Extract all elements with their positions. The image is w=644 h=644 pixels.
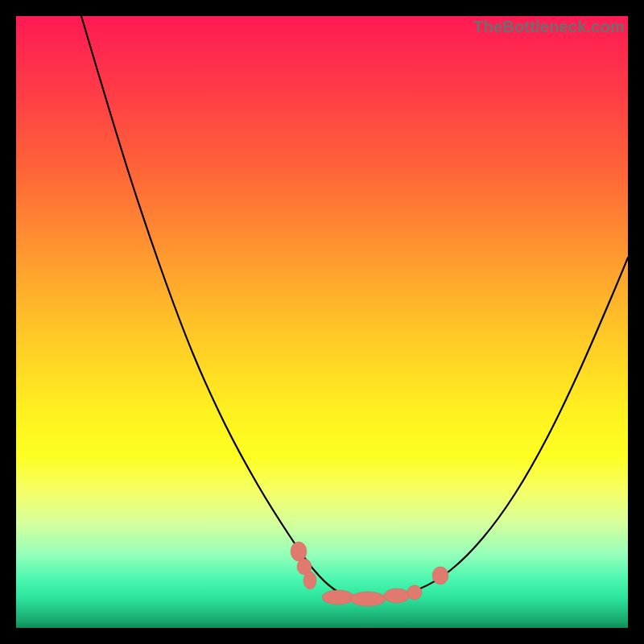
trough-marker xyxy=(350,592,386,606)
trough-marker xyxy=(291,542,307,561)
trough-marker xyxy=(432,567,448,584)
trough-marker xyxy=(407,585,422,600)
plot-frame xyxy=(16,16,628,628)
plot-svg xyxy=(16,16,628,628)
bottleneck-curve xyxy=(81,16,628,599)
credit-text: TheBottleneck.com xyxy=(473,18,625,36)
trough-markers xyxy=(291,542,448,606)
trough-marker xyxy=(322,590,354,605)
trough-marker xyxy=(384,588,410,603)
trough-marker xyxy=(303,572,316,589)
